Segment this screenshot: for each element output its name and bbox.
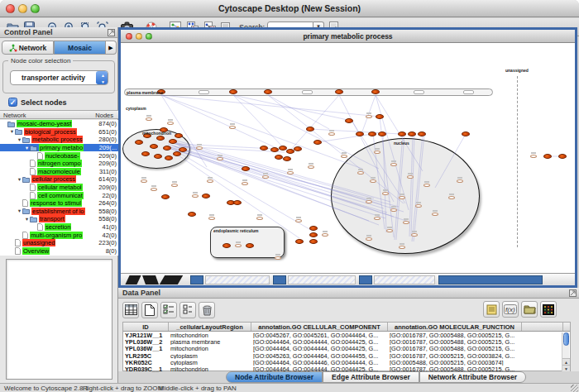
gene-node-small[interactable] xyxy=(141,179,147,183)
column-header[interactable]: annotation.GO MOLECULAR_FUNCTION xyxy=(388,323,522,331)
gene-node[interactable] xyxy=(223,243,231,248)
tab-overflow-button[interactable]: ▶ xyxy=(106,41,117,55)
gene-node-small[interactable] xyxy=(366,200,372,203)
gene-node[interactable] xyxy=(179,147,187,152)
gene-node-small[interactable] xyxy=(242,182,248,185)
gene-node-small[interactable] xyxy=(448,196,455,199)
gene-node-small[interactable] xyxy=(407,175,414,179)
gene-node[interactable] xyxy=(275,155,283,160)
gene-node-small[interactable] xyxy=(399,246,405,249)
gene-node-small[interactable] xyxy=(328,132,335,136)
color-attribute-dropdown[interactable]: transporter activity ▲▼ xyxy=(10,70,108,85)
gene-node[interactable] xyxy=(309,226,318,231)
gene-node-small[interactable] xyxy=(287,171,294,174)
tree-row[interactable]: cellular metabol209(0) xyxy=(0,184,118,192)
notes-button[interactable] xyxy=(483,301,500,318)
gene-node[interactable] xyxy=(368,131,376,136)
expander-icon[interactable]: ▼ xyxy=(17,137,22,142)
gene-node[interactable] xyxy=(260,146,268,151)
gene-node[interactable] xyxy=(376,114,384,119)
gene-node[interactable] xyxy=(295,239,304,244)
network-view-titlebar[interactable]: primary metabolic process xyxy=(121,30,575,43)
gene-node[interactable] xyxy=(283,156,291,161)
column-header[interactable]: ID xyxy=(123,323,169,331)
minimized-window-bar[interactable] xyxy=(438,275,543,284)
tree-row[interactable]: mosaic-demo-yeast874(0) xyxy=(0,120,118,128)
gene-node-small[interactable] xyxy=(457,179,463,183)
tab-network[interactable]: Network xyxy=(2,41,54,55)
function-button[interactable]: f(x) xyxy=(502,301,519,318)
minimized-window-icon[interactable] xyxy=(359,275,372,284)
gene-node-small[interactable] xyxy=(357,171,364,174)
gene-node[interactable] xyxy=(264,89,272,94)
tree-row[interactable]: ▼primary metabo209(... xyxy=(0,144,118,152)
gene-node[interactable] xyxy=(229,89,237,94)
gene-node-small[interactable] xyxy=(262,175,269,179)
gene-node[interactable] xyxy=(558,154,567,159)
gene-node[interactable] xyxy=(335,89,343,94)
new-attribute-button[interactable] xyxy=(141,302,158,318)
gene-node[interactable] xyxy=(309,239,318,244)
gene-node[interactable] xyxy=(356,131,364,136)
gene-node[interactable] xyxy=(242,166,250,171)
select-nodes-checkbox[interactable]: ✓ xyxy=(8,98,17,107)
matrix-button[interactable] xyxy=(540,301,557,318)
resize-grip[interactable] xyxy=(571,385,578,392)
column-header[interactable]: _cellularLayoutRegion xyxy=(169,323,251,331)
gene-node-small[interactable] xyxy=(341,155,347,158)
gene-node-small[interactable] xyxy=(275,256,281,260)
gene-node[interactable] xyxy=(270,147,279,152)
expander-icon[interactable]: ▼ xyxy=(17,177,22,182)
network-canvas[interactable]: plasma membrane cytoplasm mitochondrion … xyxy=(121,43,575,273)
gene-node-small[interactable] xyxy=(411,233,418,237)
gene-node-small[interactable] xyxy=(403,221,409,224)
float-panel-icon[interactable] xyxy=(108,29,115,38)
gene-node-small[interactable] xyxy=(423,184,430,187)
table-row[interactable]: YLR295Ccytoplasm[GO:0045263, GO:0044464,… xyxy=(123,352,570,359)
table-row[interactable]: YPL036W__1mitochondrion[GO:0044464, GO:0… xyxy=(123,345,570,351)
gene-node-small[interactable] xyxy=(171,184,178,187)
gene-node-small[interactable] xyxy=(167,122,174,125)
minimized-window-icon[interactable] xyxy=(190,275,203,284)
gene-node-small[interactable] xyxy=(390,163,397,166)
gene-node-small[interactable] xyxy=(322,233,328,237)
gene-node-small[interactable] xyxy=(196,146,203,150)
gene-node-small[interactable] xyxy=(217,157,223,160)
gene-node-small[interactable] xyxy=(386,229,393,232)
table-row[interactable]: YJR121W__1mitochondrion[GO:0045267, GO:0… xyxy=(123,332,570,338)
gene-node-small[interactable] xyxy=(229,126,236,129)
column-mode-button[interactable] xyxy=(179,302,196,318)
minimized-window-thumbnail[interactable] xyxy=(288,275,356,284)
gene-node-small[interactable] xyxy=(432,213,438,216)
gene-node-small[interactable] xyxy=(208,217,215,220)
gene-node-small[interactable] xyxy=(308,165,314,169)
gene-node[interactable] xyxy=(309,232,318,237)
dropdown-stepper-icon[interactable]: ▲▼ xyxy=(96,71,108,84)
tree-row[interactable]: response to stimul264(0) xyxy=(0,199,118,208)
gene-node[interactable] xyxy=(398,131,406,136)
gene-node[interactable] xyxy=(188,212,196,217)
expander-icon[interactable]: ▼ xyxy=(24,146,30,151)
tree-row[interactable]: multi-organism pro42(0) xyxy=(0,231,118,239)
scrollbar-thumb[interactable] xyxy=(563,332,569,346)
table-row[interactable]: YKR052Ccytoplasm[GO:0044464, GO:0044446,… xyxy=(123,359,570,366)
tab-mosaic[interactable]: Mosaic xyxy=(54,41,106,55)
gene-node-small[interactable] xyxy=(192,194,199,198)
gene-node-small[interactable] xyxy=(415,204,422,208)
select-attributes-button[interactable] xyxy=(160,302,177,318)
birds-eye-view[interactable] xyxy=(6,259,112,380)
scroll-down-icon[interactable]: ▼ xyxy=(562,365,570,371)
minimized-window-icon[interactable] xyxy=(273,275,286,284)
gene-node[interactable] xyxy=(294,146,302,151)
gene-node[interactable] xyxy=(246,243,254,248)
gene-node[interactable] xyxy=(161,194,170,199)
gene-node[interactable] xyxy=(378,131,386,136)
gene-node-small[interactable] xyxy=(151,188,157,191)
expander-icon[interactable]: ▼ xyxy=(9,129,15,134)
gene-node-small[interactable] xyxy=(235,244,242,247)
gene-node-small[interactable] xyxy=(399,196,405,199)
gene-node-small[interactable] xyxy=(382,192,389,195)
tree-row[interactable]: Overview8(0) xyxy=(0,247,118,256)
gene-node-small[interactable] xyxy=(374,217,380,220)
gene-node[interactable] xyxy=(202,194,210,198)
